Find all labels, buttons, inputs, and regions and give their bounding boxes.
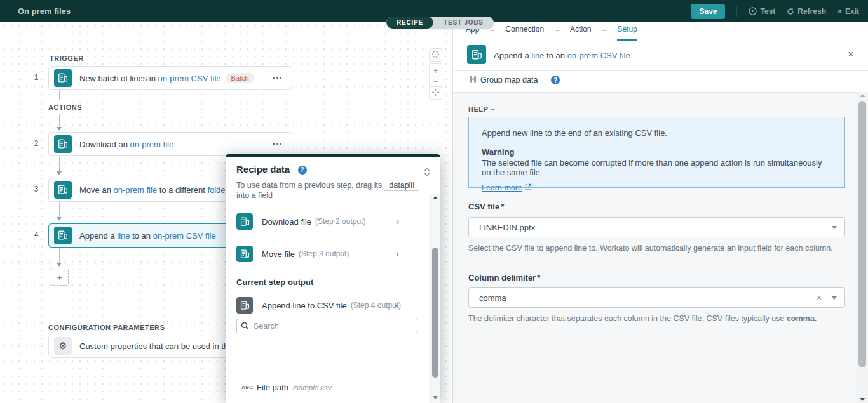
popup-subtitle: To use data from a previous step, drag i… [236, 180, 430, 200]
step-title: Download an on-prem file [79, 140, 173, 149]
csv-app-icon [54, 69, 72, 87]
flow-connector [59, 157, 60, 171]
test-button[interactable]: Test [749, 7, 775, 16]
datatree-item-move-file[interactable]: Move file (Step 3 output) › [226, 242, 419, 266]
toolbar-divider [736, 6, 737, 17]
popup-header: Recipe data ? To use data from a previou… [226, 157, 440, 206]
help-icon[interactable]: ? [298, 166, 307, 175]
scroll-down-arrow[interactable] [433, 396, 438, 399]
scroll-down-arrow[interactable] [860, 398, 865, 401]
refresh-button[interactable]: Refresh [787, 7, 826, 16]
delimiter-select[interactable]: comma × [468, 287, 845, 308]
collapse-expand-icon[interactable] [424, 168, 430, 179]
step-card-download[interactable]: Download an on-prem file ••• [48, 132, 292, 156]
popup-scrollbar[interactable] [430, 194, 440, 403]
flow-arrowhead [57, 171, 62, 175]
flow-connector [59, 90, 60, 100]
panel-scrollbar[interactable] [857, 92, 868, 403]
csv-file-select[interactable]: LINKEDIN.pptx [468, 217, 845, 237]
step-title: Move an on-prem file to a different fold… [79, 185, 228, 195]
step-number: 4 [31, 230, 42, 239]
scrollbar-thumb[interactable] [858, 101, 866, 367]
help-icon[interactable]: ? [551, 76, 560, 84]
dashed-circle-icon [431, 50, 440, 61]
more-menu-icon[interactable]: ••• [273, 75, 283, 81]
close-panel-icon[interactable]: × [848, 49, 854, 60]
csv-app-icon-gray [236, 297, 253, 314]
tab-test-jobs[interactable]: TEST JOBS [433, 17, 494, 29]
datatree-item-current-step[interactable]: Append line to CSV file (Step 4 output) … [226, 293, 419, 317]
csv-app-icon [54, 135, 72, 153]
expand-icon [431, 88, 440, 99]
csv-file-value: LINKEDIN.pptx [479, 223, 535, 232]
datapill-file-path[interactable]: ABC File path /sample.csv [241, 383, 332, 392]
step-number: 3 [31, 185, 42, 194]
trigger-section-label: TRIGGER [50, 55, 84, 62]
chevron-down-icon: › [393, 304, 403, 307]
breadcrumb-action[interactable]: Action [570, 25, 591, 39]
list-divider [236, 237, 419, 237]
add-step-button[interactable]: + [51, 268, 69, 286]
learn-more-link[interactable]: Learn more [482, 183, 532, 192]
breadcrumb-setup[interactable]: Setup [617, 25, 637, 41]
panel-title: Append a line to an on-prem CSV file [494, 51, 630, 60]
external-link-icon [525, 183, 532, 192]
step-number: 1 [31, 73, 42, 82]
current-step-output-heading: Current step output [236, 277, 313, 287]
flow-connector [59, 202, 60, 217]
setup-form-scroll-area: HELP› Append new line to the end of an e… [453, 92, 857, 403]
datatree-item-download-file[interactable]: Download file (Step 2 output) › [226, 209, 419, 234]
flow-connector [59, 114, 60, 127]
csv-app-icon [236, 213, 253, 230]
search-input[interactable] [236, 319, 417, 333]
chevron-down-icon [832, 226, 837, 229]
datatree-list: Download file (Step 2 output) › Move fil… [226, 206, 440, 403]
help-section-toggle[interactable]: HELP› [468, 105, 494, 114]
workato-recipe-editor: On prem files Save Test Refresh × Exit R… [0, 0, 868, 403]
tab-recipe[interactable]: RECIPE [386, 17, 433, 29]
scroll-up-arrow[interactable] [433, 196, 438, 199]
view-tabs: RECIPE TEST JOBS [386, 17, 494, 29]
fit-to-screen-button[interactable] [429, 86, 442, 100]
batch-badge: Batch [226, 73, 254, 83]
refresh-icon [787, 8, 794, 15]
recipe-data-popup: Recipe data ? To use data from a previou… [226, 154, 440, 403]
scroll-up-arrow[interactable] [860, 94, 865, 97]
chevron-down-icon [832, 296, 837, 300]
gear-icon: ⚙ [54, 337, 72, 355]
datapill-example: datapill [384, 180, 419, 191]
group-map-data-button[interactable]: Group map data ? [470, 76, 560, 84]
warning-body: The selected file can become corrupted i… [482, 158, 832, 177]
zoom-controls: + − [429, 63, 442, 88]
warning-title: Warning [482, 147, 832, 157]
csv-app-icon [54, 227, 72, 244]
chevron-right-icon: › [396, 216, 399, 227]
breadcrumb-connection[interactable]: Connection [505, 25, 544, 39]
csv-app-icon [236, 246, 253, 262]
action-setup-panel: App → Connection → Action → Setup Append… [453, 22, 868, 403]
more-menu-icon[interactable]: ••• [273, 141, 283, 147]
delimiter-value: comma [479, 293, 506, 303]
datapill-search [236, 319, 417, 333]
popup-title: Recipe data [236, 164, 290, 175]
flow-arrowhead [57, 127, 62, 131]
group-columns-icon [470, 76, 476, 84]
flow-arrowhead [57, 217, 62, 221]
zoom-in-button[interactable]: + [430, 65, 442, 76]
chevron-right-icon: › [396, 249, 399, 259]
zoom-out-button[interactable]: − [430, 76, 442, 86]
exit-button[interactable]: × Exit [837, 7, 859, 16]
recipe-title: On prem files [18, 6, 71, 16]
help-description: Append new line to the end of an existin… [482, 128, 832, 138]
reset-view-button[interactable] [429, 48, 442, 62]
flow-arrowhead [57, 263, 62, 267]
flow-connector [59, 248, 60, 263]
save-button[interactable]: Save [691, 4, 725, 19]
scrollbar-thumb[interactable] [432, 248, 438, 378]
delimiter-label: Column delimiter* [468, 273, 540, 282]
breadcrumb-arrow-icon: → [553, 25, 560, 34]
step-card-trigger[interactable]: New batch of lines in on-prem CSV fileBa… [48, 66, 292, 90]
clear-icon[interactable]: × [817, 293, 822, 303]
step-title: Append a line to an on-prem CSV file [79, 231, 216, 241]
text-type-icon: ABC [241, 385, 253, 390]
